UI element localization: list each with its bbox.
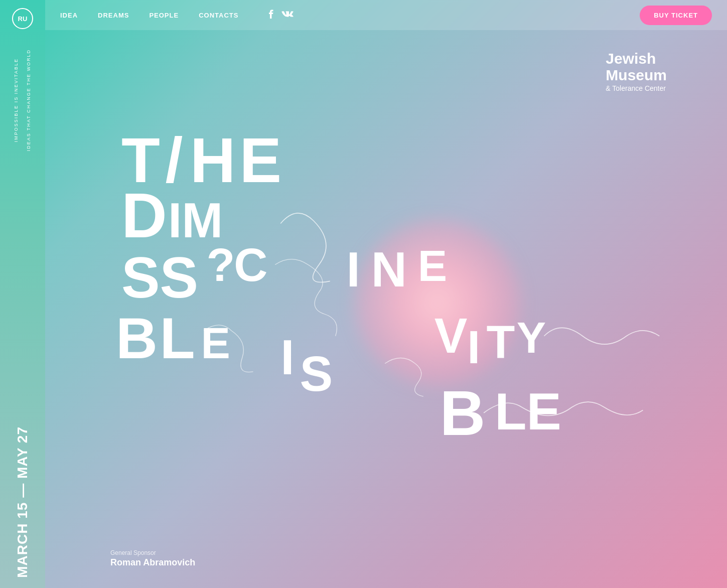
museum-subtitle: & Tolerance Center bbox=[606, 84, 667, 92]
sponsor-name: Roman Abramovich bbox=[110, 557, 195, 568]
svg-text:I: I bbox=[280, 330, 294, 385]
svg-text:D: D bbox=[121, 180, 167, 251]
svg-text:/: / bbox=[165, 125, 183, 196]
lang-button[interactable]: RU bbox=[12, 8, 33, 29]
buy-ticket-button[interactable]: BUY TICKET bbox=[640, 6, 712, 25]
social-links bbox=[268, 10, 294, 21]
svg-text:E: E bbox=[418, 241, 447, 290]
vk-icon[interactable] bbox=[281, 11, 294, 20]
sidebar-tagline: IMPOSSIBLE IS INEVITABLE IDEAS THAT CHAN… bbox=[13, 49, 32, 151]
navbar: IDEA DREAMS PEOPLE CONTACTS BUY TICKET bbox=[45, 0, 727, 30]
svg-text:N: N bbox=[371, 242, 407, 297]
hero-section: JewishMuseum & Tolerance Center T / H E … bbox=[45, 0, 727, 588]
svg-text:C: C bbox=[234, 239, 267, 291]
nav-dreams[interactable]: DREAMS bbox=[98, 12, 129, 19]
svg-text:L: L bbox=[160, 306, 195, 370]
svg-text:?: ? bbox=[207, 239, 235, 291]
nav-people[interactable]: PEOPLE bbox=[149, 12, 179, 19]
svg-text:E: E bbox=[201, 319, 230, 368]
svg-text:Y: Y bbox=[517, 313, 546, 362]
svg-text:E: E bbox=[239, 125, 281, 196]
sidebar-date: MARCH 15 — MAY 27 bbox=[0, 426, 45, 578]
svg-text:I: I bbox=[467, 321, 480, 373]
museum-name: JewishMuseum bbox=[606, 50, 667, 83]
svg-text:H: H bbox=[190, 125, 236, 196]
facebook-icon[interactable] bbox=[268, 10, 273, 21]
svg-text:B: B bbox=[116, 306, 158, 370]
nav-contacts[interactable]: CONTACTS bbox=[199, 12, 238, 19]
sponsor-section: General Sponsor Roman Abramovich bbox=[110, 549, 195, 568]
sidebar: RU IMPOSSIBLE IS INEVITABLE IDEAS THAT C… bbox=[0, 0, 45, 588]
sponsor-label: General Sponsor bbox=[110, 549, 195, 556]
svg-text:V: V bbox=[434, 308, 468, 363]
svg-text:S: S bbox=[300, 346, 333, 401]
svg-text:I: I bbox=[347, 242, 360, 297]
artwork-text: T / H E D IM SS ? C I N E B L E I S bbox=[110, 100, 687, 528]
svg-text:LE: LE bbox=[495, 382, 561, 440]
svg-text:B: B bbox=[440, 378, 486, 449]
nav-links: IDEA DREAMS PEOPLE CONTACTS bbox=[60, 10, 640, 21]
nav-idea[interactable]: IDEA bbox=[60, 12, 78, 19]
museum-logo: JewishMuseum & Tolerance Center bbox=[606, 50, 667, 92]
svg-text:T: T bbox=[487, 316, 515, 368]
svg-text:SS: SS bbox=[121, 245, 198, 310]
